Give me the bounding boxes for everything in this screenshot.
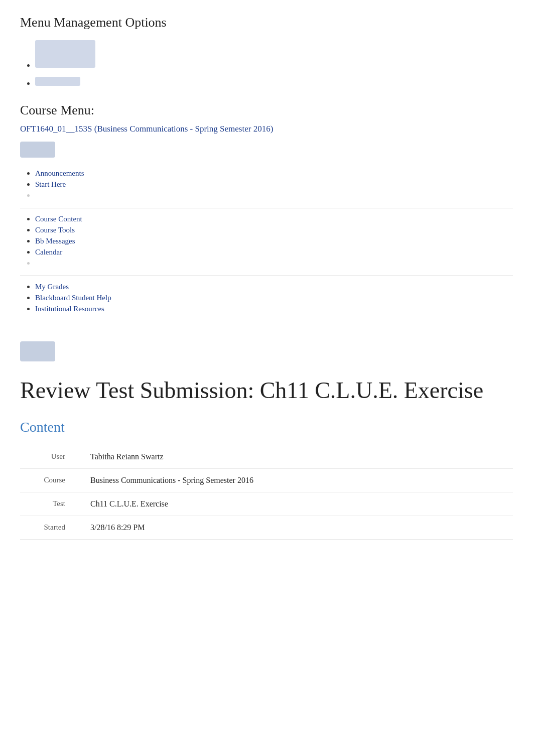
course-content-link[interactable]: Course Content xyxy=(35,215,82,223)
content-value-user: Tabitha Reiann Swartz xyxy=(80,445,513,469)
menu-management-title: Menu Management Options xyxy=(20,15,513,30)
content-section-title: Content xyxy=(20,419,513,435)
placeholder-icon-1 xyxy=(35,40,95,68)
menu-item-empty-1 xyxy=(35,191,513,200)
my-grades-link[interactable]: My Grades xyxy=(35,283,69,291)
bb-student-help-link[interactable]: Blackboard Student Help xyxy=(35,294,111,302)
announcements-link[interactable]: Announcements xyxy=(35,169,84,177)
content-value-started: 3/28/16 8:29 PM xyxy=(80,516,513,540)
menu-item-empty-2 xyxy=(35,259,513,268)
menu-management-section: Menu Management Options xyxy=(20,15,513,88)
content-row-user: User Tabitha Reiann Swartz xyxy=(20,445,513,469)
menu-item-start-here: Start Here xyxy=(35,180,513,189)
menu-group-1: Announcements Start Here xyxy=(20,165,513,208)
main-content: Review Test Submission: Ch11 C.L.U.E. Ex… xyxy=(20,376,513,540)
course-menu-section: Course Menu: OFT1640_01__153S (Business … xyxy=(20,103,513,321)
floating-btn-placeholder[interactable] xyxy=(20,341,55,361)
content-label-course: Course xyxy=(20,469,80,492)
placeholder-icon-2 xyxy=(35,77,80,86)
page-wrapper: Menu Management Options Course Menu: OFT… xyxy=(0,0,533,565)
institutional-resources-link[interactable]: Institutional Resources xyxy=(35,305,104,313)
content-value-course: Business Communications - Spring Semeste… xyxy=(80,469,513,492)
start-here-link[interactable]: Start Here xyxy=(35,180,66,188)
menu-group-2: Course Content Course Tools Bb Messages … xyxy=(20,210,513,276)
content-row-course: Course Business Communications - Spring … xyxy=(20,469,513,492)
menu-item-my-grades: My Grades xyxy=(35,282,513,291)
menu-item-course-tools: Course Tools xyxy=(35,225,513,234)
content-label-user: User xyxy=(20,445,80,469)
content-label-test: Test xyxy=(20,492,80,516)
menu-item-institutional-resources: Institutional Resources xyxy=(35,304,513,313)
content-row-test: Test Ch11 C.L.U.E. Exercise xyxy=(20,492,513,516)
menu-item-announcements: Announcements xyxy=(35,169,513,178)
menu-group-3: My Grades Blackboard Student Help Instit… xyxy=(20,278,513,321)
course-link[interactable]: OFT1640_01__153S (Business Communication… xyxy=(20,124,273,134)
content-value-test: Ch11 C.L.U.E. Exercise xyxy=(80,492,513,516)
course-btn-placeholder[interactable] xyxy=(20,142,55,158)
menu-item-bb-student-help: Blackboard Student Help xyxy=(35,293,513,302)
content-table: User Tabitha Reiann Swartz Course Busine… xyxy=(20,445,513,540)
course-tools-link[interactable]: Course Tools xyxy=(35,226,75,234)
bb-messages-link[interactable]: Bb Messages xyxy=(35,237,75,245)
menu-icon-list xyxy=(20,40,513,88)
course-menu-title: Course Menu: xyxy=(20,103,513,118)
menu-icon-item-1 xyxy=(35,40,513,70)
menu-group-1-list: Announcements Start Here xyxy=(20,169,513,200)
content-row-started: Started 3/28/16 8:29 PM xyxy=(20,516,513,540)
menu-item-bb-messages: Bb Messages xyxy=(35,236,513,245)
menu-item-course-content: Course Content xyxy=(35,214,513,223)
page-title: Review Test Submission: Ch11 C.L.U.E. Ex… xyxy=(20,376,513,404)
content-label-started: Started xyxy=(20,516,80,540)
menu-item-calendar: Calendar xyxy=(35,247,513,257)
menu-group-2-list: Course Content Course Tools Bb Messages … xyxy=(20,214,513,268)
menu-group-3-list: My Grades Blackboard Student Help Instit… xyxy=(20,282,513,313)
calendar-link[interactable]: Calendar xyxy=(35,248,62,256)
menu-icon-item-2 xyxy=(35,75,513,88)
